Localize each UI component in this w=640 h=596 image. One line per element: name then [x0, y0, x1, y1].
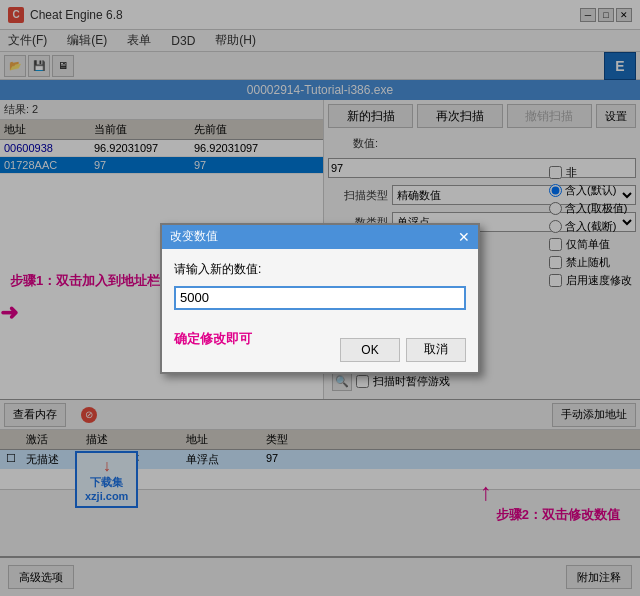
modal-ok-button[interactable]: OK — [340, 338, 400, 362]
modal-overlay: 改变数值 ✕ 请输入新的数值: 确定修改即可 ➜ OK 取消 — [0, 0, 640, 596]
modal-value-input[interactable] — [174, 286, 466, 310]
modal-cancel-button[interactable]: 取消 — [406, 338, 466, 362]
modal-body: 请输入新的数值: — [162, 249, 478, 322]
modal-title-bar: 改变数值 ✕ — [162, 225, 478, 249]
modal-title: 改变数值 — [170, 228, 218, 245]
modal-input-label: 请输入新的数值: — [174, 261, 466, 278]
modal-buttons: OK 取消 — [328, 330, 478, 370]
modal-close-button[interactable]: ✕ — [458, 229, 470, 245]
change-value-modal: 改变数值 ✕ 请输入新的数值: 确定修改即可 ➜ OK 取消 — [160, 223, 480, 374]
confirm-annotation: 确定修改即可 — [174, 330, 252, 348]
